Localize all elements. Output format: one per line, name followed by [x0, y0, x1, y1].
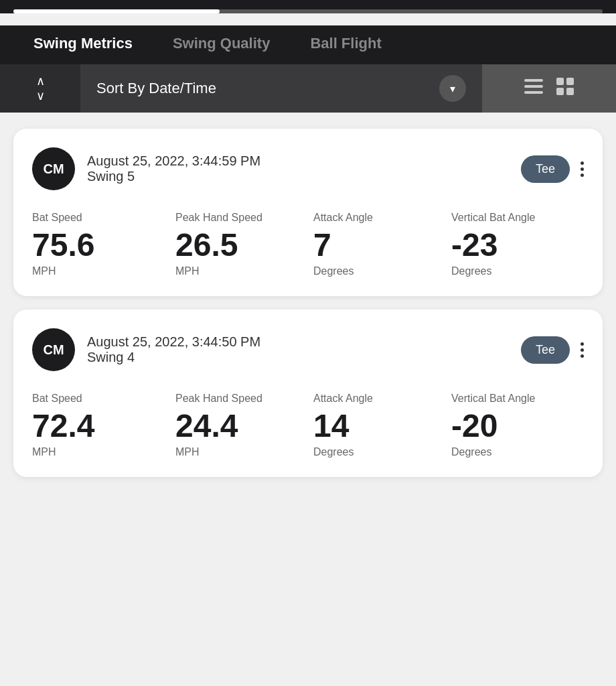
svg-rect-0: [524, 79, 543, 82]
tab-swing-metrics[interactable]: Swing Metrics: [13, 25, 153, 64]
metrics-grid-1: Bat Speed 75.6 MPH Peak Hand Speed 26.5 …: [32, 212, 584, 277]
metric-unit: MPH: [175, 446, 200, 458]
metric-value: 24.4: [175, 410, 238, 442]
metric-label: Bat Speed: [32, 212, 82, 224]
card-header-2: CM August 25, 2022, 3:44:50 PM Swing 4 T…: [32, 328, 584, 371]
swing-card-2: CM August 25, 2022, 3:44:50 PM Swing 4 T…: [13, 310, 603, 477]
metric-value: 26.5: [175, 229, 238, 261]
avatar-1: CM: [32, 147, 75, 190]
metric-label: Peak Hand Speed: [175, 393, 262, 405]
chevron-up-icon: ∧: [36, 75, 45, 87]
more-dot: [581, 161, 584, 165]
more-dot: [581, 348, 584, 352]
more-dot: [581, 354, 584, 358]
metric-unit: Degrees: [451, 446, 491, 458]
more-dot: [581, 174, 584, 177]
tee-badge-1[interactable]: Tee: [521, 155, 570, 183]
chevron-down-icon: ∨: [36, 90, 45, 102]
metrics-grid-2: Bat Speed 72.4 MPH Peak Hand Speed 24.4 …: [32, 393, 584, 458]
metric-vertical-bat-angle-1: Vertical Bat Angle -23 Degrees: [446, 212, 584, 277]
metric-value: 75.6: [32, 229, 94, 261]
metric-unit: Degrees: [313, 446, 354, 458]
more-dot: [581, 342, 584, 346]
metric-unit: Degrees: [451, 265, 491, 277]
view-toggle-area: [482, 64, 616, 113]
sort-dropdown-button[interactable]: ▾: [439, 75, 466, 102]
tab-ball-flight[interactable]: Ball Flight: [290, 25, 401, 64]
card-header-1: CM August 25, 2022, 3:44:59 PM Swing 5 T…: [32, 147, 584, 190]
card-date-2: August 25, 2022, 3:44:50 PM: [87, 334, 521, 350]
progress-track: [13, 9, 603, 13]
swing-card-1: CM August 25, 2022, 3:44:59 PM Swing 5 T…: [13, 129, 603, 296]
tab-swing-quality[interactable]: Swing Quality: [153, 25, 290, 64]
top-bar: [0, 0, 616, 13]
metric-value: -20: [451, 410, 497, 442]
card-swing-name-2: Swing 4: [87, 350, 521, 365]
sort-label-area: Sort By Date/Time ▾: [80, 75, 482, 102]
svg-rect-5: [556, 88, 564, 95]
metric-unit: MPH: [175, 265, 200, 277]
list-view-icon[interactable]: [524, 79, 543, 98]
card-title-area-2: August 25, 2022, 3:44:50 PM Swing 4: [87, 334, 521, 365]
metric-peak-hand-speed-1: Peak Hand Speed 26.5 MPH: [170, 212, 308, 277]
metric-label: Bat Speed: [32, 393, 82, 405]
metric-bat-speed-2: Bat Speed 72.4 MPH: [32, 393, 170, 458]
metric-label: Attack Angle: [313, 212, 373, 224]
metric-value: 72.4: [32, 410, 94, 442]
metric-peak-hand-speed-2: Peak Hand Speed 24.4 MPH: [170, 393, 308, 458]
avatar-2: CM: [32, 328, 75, 371]
metric-attack-angle-1: Attack Angle 7 Degrees: [308, 212, 446, 277]
metric-unit: Degrees: [313, 265, 354, 277]
metric-value: 7: [313, 229, 331, 261]
metric-vertical-bat-angle-2: Vertical Bat Angle -20 Degrees: [446, 393, 584, 458]
tee-badge-2[interactable]: Tee: [521, 336, 570, 364]
svg-rect-6: [566, 88, 574, 95]
more-button-1[interactable]: [581, 155, 584, 182]
metric-label: Vertical Bat Angle: [451, 393, 535, 405]
svg-rect-3: [556, 78, 564, 85]
metric-value: 14: [313, 410, 349, 442]
metric-unit: MPH: [32, 446, 56, 458]
card-swing-name-1: Swing 5: [87, 169, 521, 184]
sort-label: Sort By Date/Time: [96, 80, 216, 97]
dropdown-arrow-icon: ▾: [450, 82, 455, 95]
more-button-2[interactable]: [581, 336, 584, 363]
sort-toggle-button[interactable]: ∧ ∨: [0, 64, 80, 113]
grid-view-icon[interactable]: [556, 78, 574, 99]
svg-rect-4: [566, 78, 574, 85]
filter-bar: ∧ ∨ Sort By Date/Time ▾: [0, 64, 616, 113]
progress-fill: [13, 9, 220, 13]
card-title-area-1: August 25, 2022, 3:44:59 PM Swing 5: [87, 153, 521, 184]
metric-label: Vertical Bat Angle: [451, 212, 535, 224]
metric-label: Attack Angle: [313, 393, 373, 405]
main-content: CM August 25, 2022, 3:44:59 PM Swing 5 T…: [0, 113, 616, 493]
metric-attack-angle-2: Attack Angle 14 Degrees: [308, 393, 446, 458]
card-date-1: August 25, 2022, 3:44:59 PM: [87, 153, 521, 169]
metric-unit: MPH: [32, 265, 56, 277]
metric-label: Peak Hand Speed: [175, 212, 262, 224]
metric-value: -23: [451, 229, 497, 261]
svg-rect-2: [524, 91, 543, 94]
tab-navigation: Swing Metrics Swing Quality Ball Flight: [0, 25, 616, 64]
metric-bat-speed-1: Bat Speed 75.6 MPH: [32, 212, 170, 277]
svg-rect-1: [524, 85, 543, 88]
more-dot: [581, 167, 584, 171]
